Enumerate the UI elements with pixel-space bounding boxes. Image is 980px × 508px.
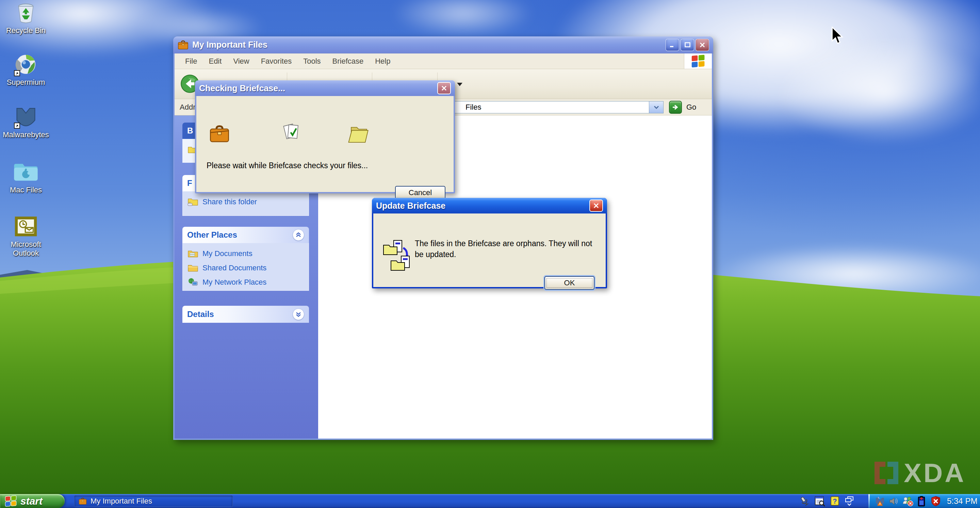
- quick-launch-more[interactable]: [845, 497, 854, 506]
- menu-tools[interactable]: Tools: [298, 57, 326, 66]
- start-button[interactable]: start: [0, 494, 65, 508]
- panel-details: Details: [182, 306, 309, 323]
- quick-launch-area: ?: [799, 495, 854, 507]
- panel-details-header[interactable]: Details: [182, 306, 309, 323]
- checking-files-icon: [282, 121, 302, 142]
- close-icon[interactable]: [437, 82, 451, 94]
- supermium-icon: [14, 53, 37, 76]
- mac-folder-icon: [12, 161, 40, 183]
- menu-bar: File Edit View Favorites Tools Briefcase…: [175, 53, 712, 69]
- menu-file[interactable]: File: [179, 57, 203, 66]
- task-label: Share this folder: [202, 197, 257, 206]
- desktop-icon-malwarebytes[interactable]: Malwarebytes: [3, 105, 49, 139]
- xda-watermark: XDA: [875, 462, 966, 484]
- dialog-titlebar[interactable]: Checking Briefcase...: [195, 80, 455, 96]
- menu-favorites[interactable]: Favorites: [255, 57, 298, 66]
- bracket-right-glyph: [888, 462, 898, 484]
- panel-header-label: B: [187, 126, 193, 135]
- desktop-icon-recycle-bin[interactable]: Recycle Bin: [3, 2, 49, 35]
- menu-help[interactable]: Help: [369, 57, 396, 66]
- dialog-message: Please wait while Briefcase checks your …: [207, 160, 438, 171]
- collapse-panel-button[interactable]: [293, 229, 304, 241]
- desktop-icon-supermium[interactable]: Supermium: [3, 53, 49, 87]
- watermark-text: XDA: [904, 462, 966, 484]
- address-value: Files: [466, 103, 481, 111]
- shared-folder-icon: [188, 197, 198, 207]
- shortcut-arrow-badge: [14, 70, 20, 76]
- close-button[interactable]: [695, 39, 709, 51]
- dialog-message: The files in the Briefcase are orphans. …: [415, 238, 600, 260]
- dialog-titlebar[interactable]: Update Briefcase: [372, 198, 607, 213]
- briefcase-icon: [177, 40, 189, 50]
- go-label[interactable]: Go: [686, 103, 696, 111]
- my-documents-icon: [188, 249, 198, 258]
- views-dropdown-caret[interactable]: [457, 83, 463, 86]
- taskbar-task-my-important-files[interactable]: My Important Files: [74, 495, 233, 507]
- desktop-icon-label: Recycle Bin: [6, 26, 46, 35]
- briefcase-icon: [78, 497, 87, 505]
- offline-users-icon[interactable]: [902, 496, 913, 506]
- close-icon[interactable]: [589, 199, 603, 212]
- dialog-body: Please wait while Briefcase checks your …: [196, 96, 453, 192]
- battery-icon[interactable]: [916, 496, 927, 506]
- dialog-body: The files in the Briefcase are orphans. …: [373, 213, 606, 287]
- malwarebytes-icon: [14, 105, 37, 128]
- system-tray: 5:34 PM: [869, 494, 980, 508]
- windows-flag-icon: [5, 495, 17, 507]
- other-places-my-network-places[interactable]: My Network Places: [187, 275, 305, 290]
- briefcase-icon: [208, 124, 231, 144]
- panel-other-places: Other Places M: [182, 227, 309, 291]
- chevron-down-icon: [847, 503, 852, 506]
- desktop-icon-label: Supermium: [7, 78, 45, 87]
- ok-button[interactable]: OK: [544, 276, 595, 290]
- chevron-down-icon: [295, 312, 301, 317]
- go-button[interactable]: [669, 101, 682, 114]
- dialog-title: Checking Briefcase...: [199, 83, 437, 93]
- other-places-my-documents[interactable]: My Documents: [187, 247, 305, 261]
- menu-view[interactable]: View: [227, 57, 255, 66]
- task-label: My Network Places: [202, 278, 266, 287]
- window-title: My Important Files: [192, 40, 662, 50]
- address-dropdown-button[interactable]: [649, 102, 663, 113]
- malwarebytes-tray-icon[interactable]: [875, 496, 885, 506]
- task-label: My Important Files: [91, 497, 152, 506]
- desktop: { "wallpaper": { "name": "Bliss" }, "des…: [0, 0, 980, 508]
- panel-file-folder-tasks-body: Share this folder: [182, 191, 309, 216]
- bracket-left-glyph: [875, 462, 885, 484]
- security-alert-shield-icon[interactable]: [930, 496, 941, 506]
- help-book-icon[interactable]: ?: [830, 496, 840, 506]
- recycle-bin-icon: [14, 2, 37, 24]
- desktop-icon-label: Mac Files: [10, 186, 42, 194]
- desktop-icon-microsoft-outlook[interactable]: Microsoft Outlook: [3, 215, 49, 258]
- panel-header-label: Other Places: [187, 230, 237, 240]
- mouse-cursor: [831, 27, 845, 46]
- desktop-icon-mac-files[interactable]: Mac Files: [3, 161, 49, 194]
- windows-logo: [684, 53, 712, 69]
- maximize-button[interactable]: [681, 39, 694, 51]
- update-briefcase-dialog: Update Briefcase The files in the Briefc…: [372, 198, 607, 288]
- chevron-up-icon: [295, 232, 301, 238]
- window-titlebar[interactable]: My Important Files: [173, 37, 713, 53]
- cancel-button[interactable]: Cancel: [395, 186, 445, 199]
- desktop-icon-label: Microsoft Outlook: [3, 240, 49, 258]
- open-folder-icon: [347, 124, 370, 144]
- network-places-icon: [188, 277, 198, 287]
- expand-panel-button[interactable]: [293, 309, 304, 320]
- microphone-icon[interactable]: [799, 496, 810, 506]
- other-places-shared-documents[interactable]: Shared Documents: [187, 261, 305, 275]
- start-label: start: [21, 495, 43, 507]
- volume-icon[interactable]: [888, 496, 899, 506]
- shortcut-arrow-badge: [14, 123, 20, 129]
- menu-edit[interactable]: Edit: [203, 57, 227, 66]
- menu-briefcase[interactable]: Briefcase: [327, 57, 369, 66]
- panel-other-places-header[interactable]: Other Places: [182, 227, 309, 243]
- taskbar-clock[interactable]: 5:34 PM: [947, 497, 977, 506]
- checking-briefcase-dialog: Checking Briefcase... Please wait while …: [195, 80, 455, 193]
- orphan-briefcase-files-icon: [382, 239, 412, 272]
- minimize-button[interactable]: [666, 39, 679, 51]
- notepad-search-icon[interactable]: [814, 496, 825, 506]
- share-this-folder-item[interactable]: Share this folder: [187, 195, 305, 209]
- window-stack-icon: [845, 497, 854, 503]
- folder-icon: [188, 263, 198, 273]
- panel-other-places-body: My Documents Shared Documents: [182, 243, 309, 291]
